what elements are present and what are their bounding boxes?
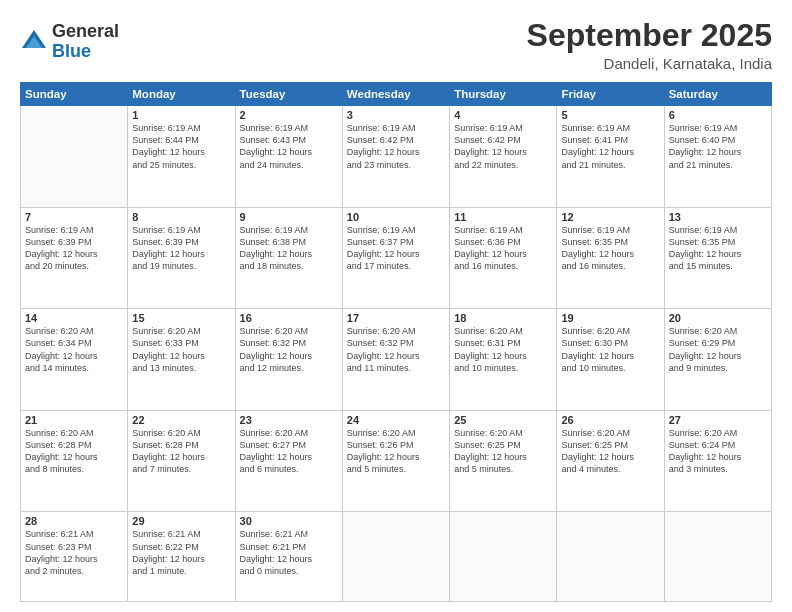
day-info: Sunrise: 6:20 AM Sunset: 6:28 PM Dayligh… [25, 427, 123, 476]
day-info: Sunrise: 6:20 AM Sunset: 6:31 PM Dayligh… [454, 325, 552, 374]
day-number: 6 [669, 109, 767, 121]
day-number: 25 [454, 414, 552, 426]
col-header-tuesday: Tuesday [235, 83, 342, 106]
day-number: 5 [561, 109, 659, 121]
logo-icon [20, 28, 48, 56]
calendar-cell: 22Sunrise: 6:20 AM Sunset: 6:28 PM Dayli… [128, 410, 235, 512]
day-info: Sunrise: 6:20 AM Sunset: 6:26 PM Dayligh… [347, 427, 445, 476]
calendar-cell: 19Sunrise: 6:20 AM Sunset: 6:30 PM Dayli… [557, 309, 664, 411]
page: General Blue September 2025 Dandeli, Kar… [0, 0, 792, 612]
calendar-cell: 28Sunrise: 6:21 AM Sunset: 6:23 PM Dayli… [21, 512, 128, 602]
day-number: 30 [240, 515, 338, 527]
title-block: September 2025 Dandeli, Karnataka, India [527, 18, 772, 72]
calendar-week-5: 28Sunrise: 6:21 AM Sunset: 6:23 PM Dayli… [21, 512, 772, 602]
calendar-cell: 5Sunrise: 6:19 AM Sunset: 6:41 PM Daylig… [557, 106, 664, 208]
day-number: 13 [669, 211, 767, 223]
calendar-cell [664, 512, 771, 602]
day-info: Sunrise: 6:20 AM Sunset: 6:34 PM Dayligh… [25, 325, 123, 374]
calendar-cell: 8Sunrise: 6:19 AM Sunset: 6:39 PM Daylig… [128, 207, 235, 309]
day-number: 14 [25, 312, 123, 324]
day-info: Sunrise: 6:21 AM Sunset: 6:23 PM Dayligh… [25, 528, 123, 577]
day-number: 21 [25, 414, 123, 426]
calendar-cell: 16Sunrise: 6:20 AM Sunset: 6:32 PM Dayli… [235, 309, 342, 411]
calendar-cell: 14Sunrise: 6:20 AM Sunset: 6:34 PM Dayli… [21, 309, 128, 411]
day-number: 10 [347, 211, 445, 223]
day-info: Sunrise: 6:19 AM Sunset: 6:39 PM Dayligh… [132, 224, 230, 273]
calendar-cell: 18Sunrise: 6:20 AM Sunset: 6:31 PM Dayli… [450, 309, 557, 411]
day-info: Sunrise: 6:19 AM Sunset: 6:39 PM Dayligh… [25, 224, 123, 273]
calendar-cell: 24Sunrise: 6:20 AM Sunset: 6:26 PM Dayli… [342, 410, 449, 512]
logo-blue: Blue [52, 42, 119, 62]
day-info: Sunrise: 6:20 AM Sunset: 6:25 PM Dayligh… [454, 427, 552, 476]
day-info: Sunrise: 6:21 AM Sunset: 6:22 PM Dayligh… [132, 528, 230, 577]
col-header-wednesday: Wednesday [342, 83, 449, 106]
location: Dandeli, Karnataka, India [527, 55, 772, 72]
day-info: Sunrise: 6:20 AM Sunset: 6:24 PM Dayligh… [669, 427, 767, 476]
day-info: Sunrise: 6:20 AM Sunset: 6:30 PM Dayligh… [561, 325, 659, 374]
day-number: 1 [132, 109, 230, 121]
day-info: Sunrise: 6:19 AM Sunset: 6:43 PM Dayligh… [240, 122, 338, 171]
day-number: 11 [454, 211, 552, 223]
month-title: September 2025 [527, 18, 772, 53]
col-header-monday: Monday [128, 83, 235, 106]
day-number: 8 [132, 211, 230, 223]
calendar-cell [557, 512, 664, 602]
calendar-cell: 21Sunrise: 6:20 AM Sunset: 6:28 PM Dayli… [21, 410, 128, 512]
calendar-cell: 25Sunrise: 6:20 AM Sunset: 6:25 PM Dayli… [450, 410, 557, 512]
day-number: 18 [454, 312, 552, 324]
day-number: 12 [561, 211, 659, 223]
calendar-cell: 23Sunrise: 6:20 AM Sunset: 6:27 PM Dayli… [235, 410, 342, 512]
calendar-cell: 10Sunrise: 6:19 AM Sunset: 6:37 PM Dayli… [342, 207, 449, 309]
day-info: Sunrise: 6:20 AM Sunset: 6:25 PM Dayligh… [561, 427, 659, 476]
calendar-week-2: 7Sunrise: 6:19 AM Sunset: 6:39 PM Daylig… [21, 207, 772, 309]
calendar-cell [21, 106, 128, 208]
col-header-saturday: Saturday [664, 83, 771, 106]
day-number: 23 [240, 414, 338, 426]
calendar-cell: 26Sunrise: 6:20 AM Sunset: 6:25 PM Dayli… [557, 410, 664, 512]
day-info: Sunrise: 6:19 AM Sunset: 6:35 PM Dayligh… [669, 224, 767, 273]
calendar-cell: 7Sunrise: 6:19 AM Sunset: 6:39 PM Daylig… [21, 207, 128, 309]
calendar-cell: 30Sunrise: 6:21 AM Sunset: 6:21 PM Dayli… [235, 512, 342, 602]
calendar-week-4: 21Sunrise: 6:20 AM Sunset: 6:28 PM Dayli… [21, 410, 772, 512]
day-info: Sunrise: 6:21 AM Sunset: 6:21 PM Dayligh… [240, 528, 338, 577]
day-info: Sunrise: 6:20 AM Sunset: 6:29 PM Dayligh… [669, 325, 767, 374]
day-info: Sunrise: 6:19 AM Sunset: 6:44 PM Dayligh… [132, 122, 230, 171]
col-header-thursday: Thursday [450, 83, 557, 106]
calendar-cell: 27Sunrise: 6:20 AM Sunset: 6:24 PM Dayli… [664, 410, 771, 512]
calendar-cell [450, 512, 557, 602]
calendar-table: SundayMondayTuesdayWednesdayThursdayFrid… [20, 82, 772, 602]
day-info: Sunrise: 6:19 AM Sunset: 6:37 PM Dayligh… [347, 224, 445, 273]
header: General Blue September 2025 Dandeli, Kar… [20, 18, 772, 72]
day-number: 2 [240, 109, 338, 121]
day-number: 24 [347, 414, 445, 426]
day-number: 4 [454, 109, 552, 121]
day-number: 22 [132, 414, 230, 426]
day-number: 15 [132, 312, 230, 324]
logo-text: General Blue [52, 22, 119, 62]
calendar-cell: 6Sunrise: 6:19 AM Sunset: 6:40 PM Daylig… [664, 106, 771, 208]
day-info: Sunrise: 6:20 AM Sunset: 6:32 PM Dayligh… [347, 325, 445, 374]
day-info: Sunrise: 6:20 AM Sunset: 6:28 PM Dayligh… [132, 427, 230, 476]
calendar-cell: 13Sunrise: 6:19 AM Sunset: 6:35 PM Dayli… [664, 207, 771, 309]
day-number: 28 [25, 515, 123, 527]
calendar-cell: 12Sunrise: 6:19 AM Sunset: 6:35 PM Dayli… [557, 207, 664, 309]
day-number: 17 [347, 312, 445, 324]
calendar-week-3: 14Sunrise: 6:20 AM Sunset: 6:34 PM Dayli… [21, 309, 772, 411]
day-number: 7 [25, 211, 123, 223]
calendar-cell: 4Sunrise: 6:19 AM Sunset: 6:42 PM Daylig… [450, 106, 557, 208]
day-number: 26 [561, 414, 659, 426]
logo-general: General [52, 22, 119, 42]
calendar-cell: 3Sunrise: 6:19 AM Sunset: 6:42 PM Daylig… [342, 106, 449, 208]
calendar-cell: 20Sunrise: 6:20 AM Sunset: 6:29 PM Dayli… [664, 309, 771, 411]
calendar-cell: 9Sunrise: 6:19 AM Sunset: 6:38 PM Daylig… [235, 207, 342, 309]
calendar-week-1: 1Sunrise: 6:19 AM Sunset: 6:44 PM Daylig… [21, 106, 772, 208]
day-number: 9 [240, 211, 338, 223]
col-header-sunday: Sunday [21, 83, 128, 106]
day-number: 27 [669, 414, 767, 426]
day-info: Sunrise: 6:19 AM Sunset: 6:41 PM Dayligh… [561, 122, 659, 171]
day-number: 20 [669, 312, 767, 324]
day-info: Sunrise: 6:20 AM Sunset: 6:32 PM Dayligh… [240, 325, 338, 374]
col-header-friday: Friday [557, 83, 664, 106]
day-info: Sunrise: 6:19 AM Sunset: 6:40 PM Dayligh… [669, 122, 767, 171]
logo: General Blue [20, 22, 119, 62]
